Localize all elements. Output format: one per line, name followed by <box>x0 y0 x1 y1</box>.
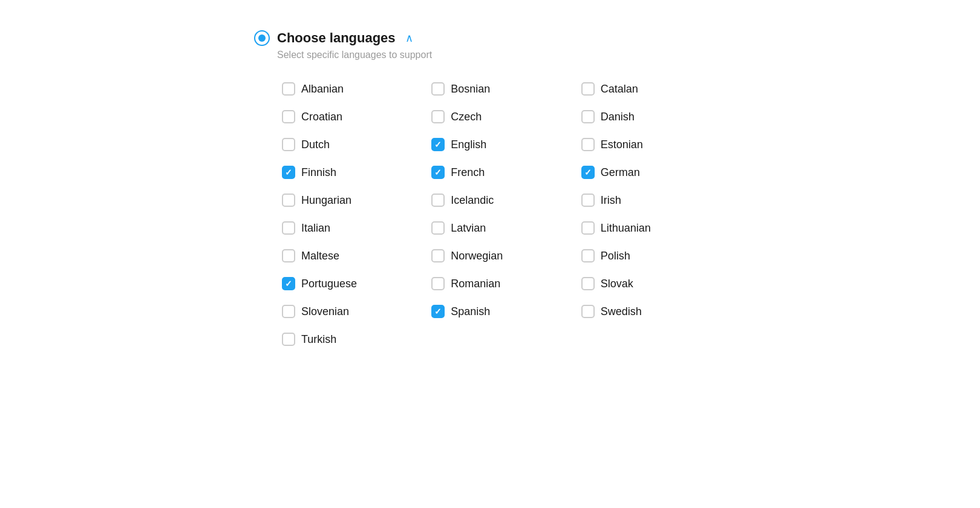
language-label: Czech <box>451 111 482 123</box>
language-label: English <box>451 138 486 151</box>
language-item[interactable]: Irish <box>577 186 726 214</box>
language-label: Estonian <box>601 138 643 151</box>
language-checkbox[interactable] <box>282 249 295 262</box>
language-item[interactable]: Slovak <box>577 270 726 298</box>
language-label: Latvian <box>451 222 486 235</box>
language-label: Polish <box>601 250 630 262</box>
main-container: Choose languages ∧ Select specific langu… <box>242 18 738 365</box>
language-item[interactable]: Swedish <box>577 298 726 325</box>
language-item[interactable]: Italian <box>277 214 426 242</box>
language-item[interactable]: Croatian <box>277 103 426 131</box>
language-item[interactable]: Slovenian <box>277 298 426 325</box>
language-item[interactable]: Lithuanian <box>577 214 726 242</box>
language-label: Icelandic <box>451 194 494 207</box>
language-label: Norwegian <box>451 250 503 262</box>
language-checkbox[interactable] <box>282 110 295 123</box>
language-label: Slovenian <box>301 305 349 318</box>
language-checkbox[interactable] <box>431 277 445 290</box>
language-label: Hungarian <box>301 194 351 207</box>
language-label: Catalan <box>601 83 638 96</box>
radio-icon[interactable] <box>254 30 270 46</box>
language-checkbox[interactable] <box>581 221 595 235</box>
language-item[interactable]: Danish <box>577 103 726 131</box>
language-checkbox[interactable] <box>581 277 595 290</box>
language-checkbox[interactable] <box>581 249 595 262</box>
section-subtitle: Select specific languages to support <box>277 50 726 60</box>
language-item[interactable]: Hungarian <box>277 186 426 214</box>
language-checkbox[interactable] <box>282 166 295 179</box>
language-checkbox[interactable] <box>581 305 595 318</box>
language-label: Irish <box>601 194 621 207</box>
language-item[interactable]: Catalan <box>577 75 726 103</box>
languages-grid: AlbanianBosnianCatalanCroatianCzechDanis… <box>277 75 726 353</box>
language-item[interactable]: German <box>577 158 726 186</box>
language-label: Danish <box>601 111 635 123</box>
language-item[interactable]: Estonian <box>577 131 726 158</box>
section-header: Choose languages ∧ <box>254 30 726 46</box>
section-title: Choose languages <box>277 30 396 46</box>
language-label: German <box>601 166 640 179</box>
language-label: Croatian <box>301 111 342 123</box>
language-item[interactable]: Spanish <box>426 298 576 325</box>
language-item[interactable]: Icelandic <box>426 186 576 214</box>
language-label: Portuguese <box>301 278 357 290</box>
language-item[interactable]: English <box>426 131 576 158</box>
language-checkbox[interactable] <box>431 194 445 207</box>
language-checkbox[interactable] <box>431 82 445 96</box>
language-checkbox[interactable] <box>581 110 595 123</box>
language-label: Italian <box>301 222 330 235</box>
language-checkbox[interactable] <box>581 166 595 179</box>
language-label: Romanian <box>451 278 500 290</box>
language-label: Dutch <box>301 138 330 151</box>
language-checkbox[interactable] <box>431 249 445 262</box>
language-checkbox[interactable] <box>581 82 595 96</box>
language-label: French <box>451 166 485 179</box>
language-checkbox[interactable] <box>581 138 595 151</box>
language-item[interactable]: Portuguese <box>277 270 426 298</box>
language-checkbox[interactable] <box>431 110 445 123</box>
language-label: Finnish <box>301 166 336 179</box>
language-label: Maltese <box>301 250 339 262</box>
language-item[interactable]: Maltese <box>277 242 426 270</box>
language-checkbox[interactable] <box>282 277 295 290</box>
language-checkbox[interactable] <box>282 221 295 235</box>
language-item[interactable]: French <box>426 158 576 186</box>
language-label: Spanish <box>451 305 490 318</box>
language-label: Lithuanian <box>601 222 651 235</box>
language-item[interactable]: Polish <box>577 242 726 270</box>
language-label: Turkish <box>301 333 336 346</box>
language-label: Albanian <box>301 83 344 96</box>
language-checkbox[interactable] <box>431 138 445 151</box>
language-item[interactable]: Turkish <box>277 325 426 353</box>
language-checkbox[interactable] <box>431 305 445 318</box>
language-checkbox[interactable] <box>581 194 595 207</box>
language-item[interactable]: Finnish <box>277 158 426 186</box>
language-checkbox[interactable] <box>282 333 295 346</box>
language-checkbox[interactable] <box>282 82 295 96</box>
language-item[interactable]: Bosnian <box>426 75 576 103</box>
language-item[interactable]: Romanian <box>426 270 576 298</box>
language-item[interactable]: Albanian <box>277 75 426 103</box>
language-item[interactable]: Czech <box>426 103 576 131</box>
language-label: Swedish <box>601 305 642 318</box>
language-checkbox[interactable] <box>431 166 445 179</box>
language-checkbox[interactable] <box>282 194 295 207</box>
language-item[interactable]: Latvian <box>426 214 576 242</box>
language-checkbox[interactable] <box>431 221 445 235</box>
language-checkbox[interactable] <box>282 138 295 151</box>
language-item[interactable]: Norwegian <box>426 242 576 270</box>
language-label: Bosnian <box>451 83 490 96</box>
language-item[interactable]: Dutch <box>277 131 426 158</box>
language-label: Slovak <box>601 278 633 290</box>
chevron-up-icon[interactable]: ∧ <box>405 31 413 45</box>
language-checkbox[interactable] <box>282 305 295 318</box>
